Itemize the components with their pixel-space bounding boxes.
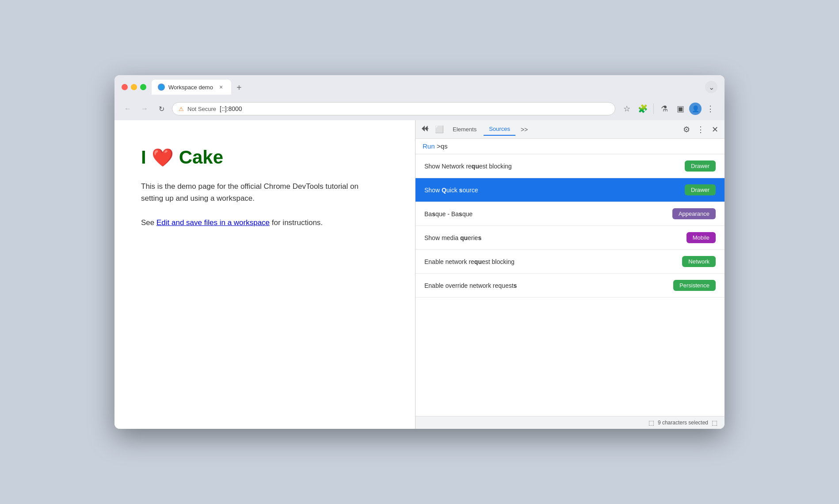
heart-icon: ❤️ [152,147,174,168]
tab-sources-label: Sources [489,126,510,132]
chrome-menu-button[interactable]: ⋮ [703,102,717,116]
toolbar-divider [653,103,654,114]
inspect-element-button[interactable]: ⯬ [419,123,431,136]
title-bar: 🌐 Workspace demo × + ⌄ [114,75,725,98]
minimize-button[interactable] [131,84,137,90]
devtools-search-bar: Run >qs [416,139,725,154]
command-label-1: Show Network request blocking [424,163,512,170]
command-item-6[interactable]: Enable override network requests Persist… [416,274,725,298]
back-button[interactable]: ← [122,103,134,115]
bottom-bar-icon: ⬚ [648,419,654,426]
run-query: >qs [437,142,448,150]
main-area: I ❤️ Cake This is the demo page for the … [114,120,725,429]
command-label-5: Enable network request blocking [424,258,515,265]
command-item-1[interactable]: Show Network request blocking Drawer [416,154,725,178]
device-toolbar-button[interactable]: ⬜ [433,123,446,136]
extensions-button[interactable]: 🧩 [636,102,650,116]
active-tab[interactable]: 🌐 Workspace demo × [152,80,231,95]
forward-button[interactable]: → [138,103,151,115]
devtools-panel: ⯬ ⬜ Elements Sources >> ⚙ [415,120,725,429]
tabs-row: 🌐 Workspace demo × + [152,80,700,95]
close-devtools-button[interactable]: ✕ [709,123,721,136]
command-label-3: Basque - Basque [424,210,473,218]
devtools-right-icons: ⚙ ⋮ ✕ [680,123,721,136]
three-dot-icon: ⋮ [697,125,705,134]
devtools-header: ⯬ ⬜ Elements Sources >> ⚙ [416,120,725,139]
not-secure-label: Not Secure [187,106,216,112]
bookmark-button[interactable]: ☆ [620,102,634,116]
tab-end: ⌄ [705,81,717,93]
profile-button[interactable]: 👤 [689,103,702,115]
lab-button[interactable]: ⚗ [657,102,671,116]
omnibox-bar: ← → ↻ ⚠ Not Secure [::]:8000 ☆ 🧩 ⚗ ▣ 👤 ⋮ [114,98,725,120]
badge-network: Network [682,256,716,267]
bottom-bar-text: 9 characters selected [658,420,708,426]
bottom-bar-action-icon[interactable]: ⬚ [712,419,717,426]
workspace-link[interactable]: Edit and save files in a workspace [156,218,270,227]
address-bar[interactable]: ⚠ Not Secure [::]:8000 [172,102,615,115]
security-icon: ⚠ [179,106,184,112]
tab-elements[interactable]: Elements [447,123,482,135]
new-tab-button[interactable]: + [232,81,246,95]
close-devtools-icon: ✕ [712,125,718,134]
page-body: This is the demo page for the official C… [141,180,362,229]
run-label: Run [423,142,435,150]
split-view-button[interactable]: ▣ [673,102,687,116]
devtools-more-tabs-button[interactable]: >> [517,124,531,135]
command-label-2: Show Quick source [424,187,478,194]
command-list: Show Network request blocking Drawer Sho… [416,154,725,416]
tab-sources[interactable]: Sources [484,123,515,136]
tab-close-button[interactable]: × [217,83,225,91]
heading-cake: Cake [179,147,223,168]
reload-button[interactable]: ↻ [155,103,168,115]
webpage-content: I ❤️ Cake This is the demo page for the … [114,120,415,429]
address-text: [::]:8000 [220,105,242,112]
badge-mobile: Mobile [686,232,716,243]
devtools-tabs: Elements Sources >> [447,123,679,136]
devtools-settings-button[interactable]: ⚙ [680,123,693,136]
device-icon: ⬜ [435,125,444,134]
tab-favicon-icon: 🌐 [158,84,165,91]
command-label-4: Show media queries [424,234,481,241]
traffic-lights [122,84,146,90]
paragraph-2-suffix: for instructions. [272,218,323,227]
browser-window: 🌐 Workspace demo × + ⌄ ← → ↻ ⚠ Not Secur… [114,75,725,429]
badge-persistence: Persistence [673,280,716,291]
gear-icon: ⚙ [683,125,690,134]
badge-drawer-2: Drawer [685,184,716,195]
command-item-4[interactable]: Show media queries Mobile [416,226,725,250]
heading-i: I [141,147,146,168]
maximize-button[interactable] [140,84,146,90]
tab-elements-label: Elements [453,126,477,133]
command-item-3[interactable]: Basque - Basque Appearance [416,202,725,226]
devtools-menu-button[interactable]: ⋮ [694,123,707,136]
command-label-6: Enable override network requests [424,282,517,289]
inspect-icon: ⯬ [421,125,429,134]
paragraph-2: See Edit and save files in a workspace f… [141,217,362,229]
command-item-2[interactable]: Show Quick source Drawer [416,178,725,202]
close-button[interactable] [122,84,128,90]
paragraph-2-prefix: See [141,218,156,227]
page-heading: I ❤️ Cake [141,147,389,168]
devtools-bottom-bar: ⬚ 9 characters selected ⬚ [416,416,725,429]
badge-appearance: Appearance [672,208,716,219]
tab-title: Workspace demo [168,84,213,91]
toolbar-icons: ☆ 🧩 ⚗ ▣ 👤 ⋮ [620,102,717,116]
command-item-5[interactable]: Enable network request blocking Network [416,250,725,274]
tab-strip-chevron-button[interactable]: ⌄ [705,81,717,93]
paragraph-1: This is the demo page for the official C… [141,180,362,204]
badge-drawer-1: Drawer [685,160,716,172]
